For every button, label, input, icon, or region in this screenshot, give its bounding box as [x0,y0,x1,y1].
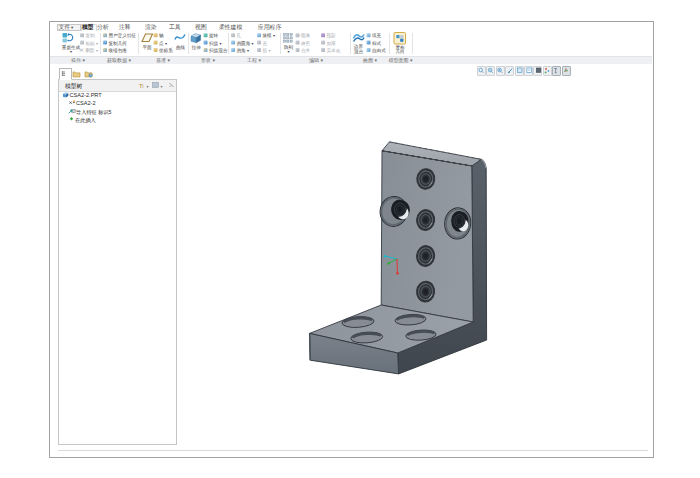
svg-text:▾: ▾ [70,49,72,54]
svg-text:孔: 孔 [237,32,242,39]
svg-text:▾: ▾ [161,84,163,89]
svg-text:修剪: 修剪 [300,41,311,47]
svg-text:用户定义特征: 用户定义特征 [109,33,137,39]
svg-text:点 ▾: 点 ▾ [159,41,167,46]
svg-text:分析: 分析 [97,24,109,30]
svg-text:删除 ▾: 删除 ▾ [86,47,98,54]
svg-text:实体化: 实体化 [327,47,341,54]
svg-text:镜像: 镜像 [300,32,311,39]
svg-text:合并: 合并 [301,48,311,53]
svg-text:倒角 ▾: 倒角 ▾ [236,48,249,54]
svg-text:自由式: 自由式 [372,48,386,53]
svg-text:视图: 视图 [195,23,207,31]
svg-text:复制: 复制 [86,33,96,39]
svg-text:复制几何: 复制几何 [109,41,128,47]
svg-text:曲面 ▾: 曲面 ▾ [363,57,377,64]
svg-text:▾: ▾ [71,25,74,30]
svg-text:拉伸: 拉伸 [191,45,201,50]
svg-text:倒圆角 ▾: 倒圆角 ▾ [236,41,254,47]
svg-text:坐标系: 坐标系 [159,47,173,54]
svg-text:注释: 注释 [119,23,131,30]
svg-text:加厚: 加厚 [327,40,337,46]
svg-text:投影: 投影 [327,32,337,38]
svg-text:收缩包络: 收缩包络 [109,47,128,54]
svg-text:粘贴 ▾: 粘贴 ▾ [86,41,98,47]
svg-text:筋 ▾: 筋 ▾ [263,48,271,53]
svg-text:基准 ▾: 基准 ▾ [156,57,170,63]
svg-text:拔模 ▾: 拔模 ▾ [262,33,275,38]
svg-text:工具: 工具 [169,23,181,31]
svg-text:▾: ▾ [287,49,289,54]
svg-text:模型: 模型 [81,23,94,31]
svg-text:填充: 填充 [371,33,382,39]
svg-text:CSA2-2.PRT: CSA2-2.PRT [70,92,103,98]
svg-text:在此插入: 在此插入 [75,117,96,124]
svg-text:样式: 样式 [372,41,382,46]
svg-text:CSA2-2: CSA2-2 [76,100,96,106]
svg-text:▾: ▾ [147,84,149,89]
svg-text:旋转: 旋转 [209,33,219,39]
svg-text:模型意图 ▾: 模型意图 ▾ [389,57,413,64]
svg-text:应用程序: 应用程序 [258,24,281,31]
svg-text:轴: 轴 [159,33,164,39]
svg-text:渲染: 渲染 [145,24,157,31]
svg-text:操作 ▾: 操作 ▾ [71,57,85,63]
svg-text:编辑 ▾: 编辑 ▾ [309,57,323,63]
svg-text:曲线: 曲线 [176,45,186,51]
svg-text:导入特征 标识5: 导入特征 标识5 [76,109,112,116]
svg-text:扫描混合: 扫描混合 [209,47,228,54]
svg-text:获取数据 ▾: 获取数据 ▾ [107,57,131,64]
svg-text:文件: 文件 [59,24,71,30]
svg-text:柔性建模: 柔性建模 [219,23,242,31]
svg-text:几何: 几何 [395,49,405,54]
svg-text:混合: 混合 [354,48,364,55]
svg-text:扫描 ▾: 扫描 ▾ [209,41,221,47]
svg-text:壳: 壳 [263,41,268,47]
svg-text:i: i [143,84,144,89]
svg-text:工程 ▾: 工程 ▾ [247,57,261,63]
svg-text:模型树: 模型树 [65,82,83,89]
svg-text:形状 ▾: 形状 ▾ [201,57,215,63]
svg-text:平面: 平面 [142,44,152,51]
